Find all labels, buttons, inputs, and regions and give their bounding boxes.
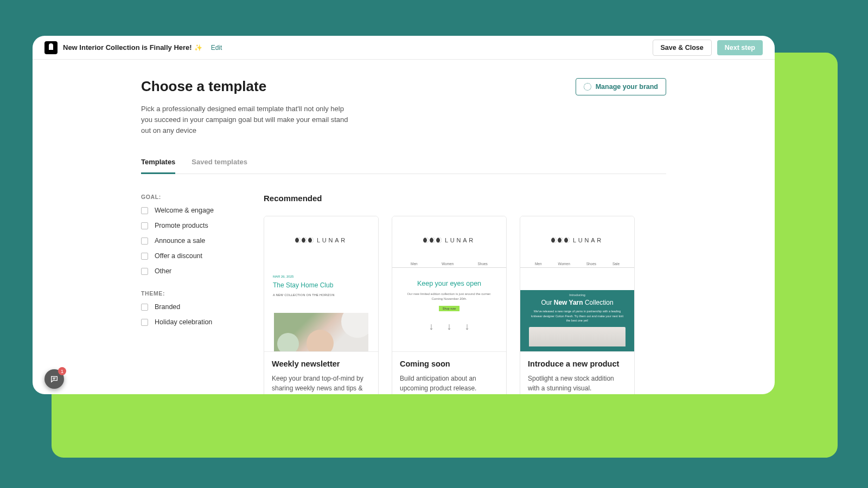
checkbox-icon <box>141 304 148 311</box>
preview-arrows: ↓ ↓ ↓ <box>392 321 506 332</box>
document-title: New Interior Collection is Finally Here! <box>63 43 192 52</box>
template-card-weekly-newsletter[interactable]: LUNAR MAR 26, 2025 The Stay Home Club A … <box>264 216 379 394</box>
content-area: Choose a template Pick a professionally … <box>33 60 775 394</box>
app-logo-icon <box>44 41 58 54</box>
edit-title-link[interactable]: Edit <box>211 44 222 52</box>
chat-fab[interactable]: 1 <box>44 369 64 389</box>
page-title: Choose a template <box>141 78 353 95</box>
template-card-coming-soon[interactable]: LUNAR Men Women Shoes Keep your eyes ope… <box>392 216 507 394</box>
template-desc: Spotlight a new stock addition with a st… <box>528 374 627 393</box>
app-window: New Interior Collection is Finally Here!… <box>33 36 775 394</box>
filter-goal-welcome[interactable]: Welcome & engage <box>141 207 242 214</box>
template-preview: LUNAR Men Women Shoes Keep your eyes ope… <box>392 216 506 352</box>
results-area: Recommended LUNAR MAR 26, 2025 The Stay … <box>264 194 666 394</box>
preview-nav: Men Women Shoes Sale <box>520 262 634 268</box>
chat-badge: 1 <box>58 367 66 375</box>
results-heading: Recommended <box>264 194 666 203</box>
filter-goal-promote[interactable]: Promote products <box>141 222 242 229</box>
sparkle-icon: ✨ <box>194 44 202 52</box>
template-preview: LUNAR Men Women Shoes Sale Introducing <box>520 216 634 352</box>
checkbox-icon <box>141 237 148 245</box>
document-title-wrap: New Interior Collection is Finally Here!… <box>63 43 222 52</box>
filter-theme-branded[interactable]: Branded <box>141 303 242 311</box>
filter-goal-discount[interactable]: Offer a discount <box>141 252 242 260</box>
arrow-down-icon: ↓ <box>447 321 452 332</box>
checkbox-icon <box>141 253 148 260</box>
template-desc: Build anticipation about an upcoming pro… <box>400 374 499 393</box>
preview-nav: Men Women Shoes <box>392 262 506 268</box>
template-title: Coming soon <box>400 359 499 368</box>
filters-sidebar: GOAL: Welcome & engage Promote products … <box>141 194 242 394</box>
preview-band: Introducing Our New Yarn Collection We'v… <box>520 290 634 351</box>
preview-brand-logo: LUNAR <box>520 237 634 243</box>
preview-date: MAR 26, 2025 <box>273 275 378 278</box>
preview-subtext: Our new limited edition collection is ju… <box>392 292 506 301</box>
page-subtitle: Pick a professionally designed email tem… <box>141 104 353 136</box>
template-title: Weekly newsletter <box>272 359 371 368</box>
preview-image <box>274 313 368 351</box>
preview-brand-logo: LUNAR <box>264 237 378 243</box>
tab-templates[interactable]: Templates <box>141 158 175 174</box>
preview-image <box>529 327 626 346</box>
chat-icon <box>50 375 59 383</box>
template-desc: Keep your brand top-of-mind by sharing w… <box>272 374 371 394</box>
manage-brand-button[interactable]: Manage your brand <box>576 78 666 95</box>
filter-theme-holiday[interactable]: Holiday celebration <box>141 318 242 326</box>
theme-heading: THEME: <box>141 290 242 297</box>
next-step-button[interactable]: Next step <box>717 40 763 55</box>
template-preview: LUNAR MAR 26, 2025 The Stay Home Club A … <box>264 216 378 352</box>
manage-brand-label: Manage your brand <box>596 83 658 91</box>
save-close-button[interactable]: Save & Close <box>653 40 712 56</box>
checkbox-icon <box>141 268 148 275</box>
preview-headline: Our New Yarn Collection <box>526 299 629 306</box>
preview-headline: Keep your eyes open <box>392 280 506 287</box>
goal-heading: GOAL: <box>141 194 242 200</box>
preview-tag: A NEW COLLECTION ON THE HORIZON <box>273 293 378 297</box>
filter-goal-other[interactable]: Other <box>141 267 242 275</box>
preview-headline: The Stay Home Club <box>273 281 378 289</box>
template-cards: LUNAR MAR 26, 2025 The Stay Home Club A … <box>264 216 666 394</box>
arrow-down-icon: ↓ <box>429 321 434 332</box>
palette-icon <box>584 83 591 91</box>
checkbox-icon <box>141 319 148 326</box>
preview-brand-logo: LUNAR <box>392 237 506 243</box>
checkbox-icon <box>141 222 148 229</box>
template-card-introduce-product[interactable]: LUNAR Men Women Shoes Sale Introducing <box>520 216 635 394</box>
template-title: Introduce a new product <box>528 359 627 368</box>
filter-goal-sale[interactable]: Announce a sale <box>141 237 242 245</box>
checkbox-icon <box>141 207 148 214</box>
topbar: New Interior Collection is Finally Here!… <box>33 36 775 60</box>
tabs: Templates Saved templates <box>141 158 666 174</box>
tab-saved-templates[interactable]: Saved templates <box>192 158 247 174</box>
arrow-down-icon: ↓ <box>465 321 470 332</box>
preview-cta: Shop now <box>439 306 459 311</box>
